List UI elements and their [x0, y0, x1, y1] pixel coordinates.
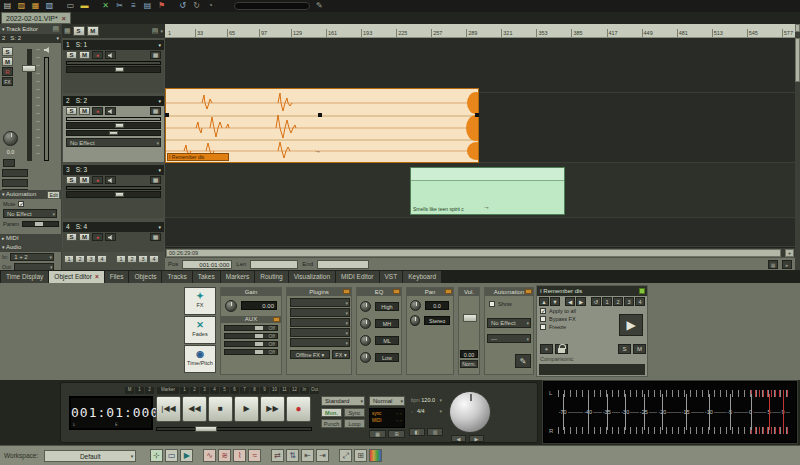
mute-button[interactable]: M: [79, 233, 90, 241]
pen-icon[interactable]: ✎: [316, 1, 323, 11]
preset-button-3[interactable]: 3: [138, 255, 148, 263]
track-manager-icon[interactable]: ▤: [142, 1, 153, 11]
marker-1-button[interactable]: 1: [180, 387, 189, 394]
track-lane-1[interactable]: [165, 38, 795, 93]
pan-knob[interactable]: [3, 131, 18, 146]
tab-keyboard[interactable]: Keyboard: [403, 271, 441, 283]
all-solo-button[interactable]: S: [73, 26, 85, 36]
plugins-badge[interactable]: [343, 289, 350, 294]
selected-track-label[interactable]: 2 S: 2 ▾: [0, 34, 61, 43]
marker-7-button[interactable]: 7: [240, 387, 249, 394]
track-lanes[interactable]: → I Remember dis → Smells like teen spir…: [165, 38, 795, 247]
fx-button[interactable]: FX ▾: [332, 350, 350, 359]
tab-midi-editor[interactable]: MIDI Editor: [336, 271, 379, 283]
grid-button[interactable]: ▥: [427, 428, 443, 436]
preset-button-1[interactable]: 1: [116, 255, 126, 263]
record-button[interactable]: ●: [92, 233, 103, 241]
lock-button[interactable]: [555, 344, 568, 354]
layout-icon[interactable]: ▤: [152, 27, 159, 35]
record-button[interactable]: ●: [286, 396, 311, 422]
solo-button[interactable]: S: [2, 47, 13, 56]
timesig-dropdown[interactable]: ♩ 4/4▾: [409, 407, 443, 417]
eq-knob[interactable]: [360, 335, 371, 346]
fx-button[interactable]: FX: [2, 77, 13, 86]
mute-button[interactable]: M: [79, 176, 90, 184]
tab-tracks[interactable]: Tracks: [162, 271, 191, 283]
object-handle[interactable]: [165, 113, 169, 117]
monitor-button[interactable]: [105, 233, 116, 241]
track-header[interactable]: 2 S: 2 ▾: [63, 96, 164, 106]
object-volume-fader[interactable]: [468, 299, 472, 345]
position-slider[interactable]: [156, 427, 312, 431]
apply-to-all-checkbox[interactable]: ✓: [540, 308, 546, 314]
mute-button[interactable]: M: [79, 51, 90, 59]
preview-play-button[interactable]: ▶: [619, 314, 643, 336]
object-color-indicator[interactable]: [639, 288, 645, 294]
pan-slider-handle[interactable]: [109, 131, 118, 135]
monitor-button[interactable]: Mon.: [321, 408, 342, 417]
volume-up-button[interactable]: ▶: [469, 435, 484, 442]
metronome-options-button[interactable]: ⊞: [388, 430, 405, 438]
track-fx-dropdown[interactable]: No Effect▾: [66, 138, 161, 147]
loop-button[interactable]: Loop: [344, 419, 365, 428]
take-2-button[interactable]: 2: [613, 297, 623, 306]
object-handle[interactable]: [475, 113, 479, 117]
pan-badge[interactable]: [445, 289, 452, 294]
plugin-slot-dropdown[interactable]: ▾: [290, 298, 350, 307]
audio-in-dropdown[interactable]: 1 + 2▾: [10, 253, 54, 261]
bpm-dropdown[interactable]: bpm 120.0▾: [409, 396, 443, 406]
mute-button[interactable]: M: [2, 57, 13, 66]
draw-automation-button[interactable]: ✎: [515, 354, 531, 368]
object-handle[interactable]: [318, 113, 322, 117]
object-volume-value[interactable]: 0.00: [460, 350, 478, 358]
monitor-button[interactable]: [105, 51, 116, 59]
track-row-2[interactable]: 2 S: 2 ▾ S M ● ▦ No Effect▾: [63, 96, 164, 162]
move-vertical-icon[interactable]: ⇅: [286, 449, 299, 462]
play-button[interactable]: ▶: [234, 396, 259, 422]
object-solo-button[interactable]: S: [618, 344, 631, 354]
param-slider-handle[interactable]: [35, 222, 43, 226]
record-button[interactable]: ●: [92, 176, 103, 184]
zoom-button[interactable]: +: [785, 249, 794, 257]
marker-manager-icon[interactable]: ⚑: [156, 1, 167, 11]
record-button[interactable]: R: [2, 67, 13, 76]
eq-knob[interactable]: [360, 352, 371, 363]
marker-6-button[interactable]: 6: [230, 387, 239, 394]
range-mode-icon[interactable]: ▭: [165, 449, 178, 462]
object-editor-tab-time-pitch[interactable]: ◉Time/Pitch: [184, 345, 216, 373]
object-arrow-icon[interactable]: →: [314, 147, 321, 154]
marker-4-button[interactable]: 4: [210, 387, 219, 394]
mini-cell-1[interactable]: 1: [135, 387, 144, 394]
scrollbar-button[interactable]: [795, 24, 800, 32]
volume-slider[interactable]: [66, 191, 161, 198]
undo-icon[interactable]: ↺: [177, 1, 188, 11]
marker-5-button[interactable]: 5: [220, 387, 229, 394]
automation-section-header[interactable]: ▾ Automation Edit: [0, 190, 62, 199]
preset-button-3[interactable]: 3: [86, 255, 96, 263]
chevron-down-icon[interactable]: ▾: [158, 40, 161, 50]
freeze-icon[interactable]: ▦: [150, 176, 161, 184]
pan-slider[interactable]: [66, 130, 161, 136]
marker-12-button[interactable]: 12: [290, 387, 299, 394]
solo-button[interactable]: S: [66, 107, 77, 115]
aux-send-slider[interactable]: Off: [224, 341, 278, 347]
solo-button[interactable]: S: [66, 233, 77, 241]
volume-slider-handle[interactable]: [115, 123, 124, 128]
preset-button-2[interactable]: 2: [75, 255, 85, 263]
aux-send-handle[interactable]: [255, 326, 263, 330]
aux-badge[interactable]: [273, 317, 280, 322]
tab-object-editor[interactable]: Object Editor×: [49, 271, 103, 283]
monitor-button[interactable]: [105, 176, 116, 184]
show-checkbox[interactable]: [489, 301, 495, 307]
automation-effect-dropdown[interactable]: No Effect▾: [3, 209, 57, 218]
panel-menu-icon[interactable]: ▤: [52, 24, 59, 34]
monitor-button[interactable]: [105, 107, 116, 115]
snap-button[interactable]: ▸: [782, 260, 792, 269]
audio-object-green[interactable]: → Smells like teen spirit c: [410, 167, 565, 215]
undo-button[interactable]: ↺: [591, 297, 601, 306]
freeze-icon[interactable]: ▦: [150, 107, 161, 115]
phase-button[interactable]: [3, 159, 15, 167]
scrollbar-handle[interactable]: [795, 38, 800, 82]
grid-icon[interactable]: ▦: [64, 27, 71, 35]
plugin-slot-dropdown[interactable]: ▾: [290, 328, 350, 337]
